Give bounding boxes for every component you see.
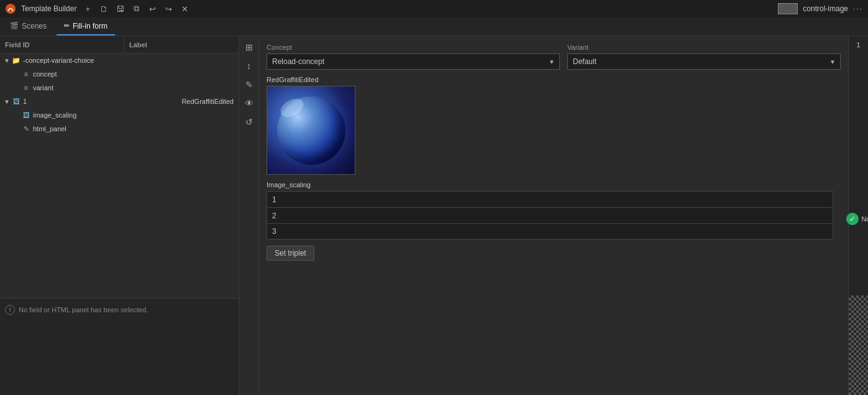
field-id-header: Field ID [0, 36, 124, 53]
tree-row-html-panel[interactable]: ✎ html_panel [0, 122, 239, 136]
tree-label-variant: variant [33, 84, 236, 91]
app-title: Template Builder [21, 4, 76, 13]
tree-label-image-scaling: image_scaling [33, 111, 236, 119]
verify-container: ✓ No [846, 213, 868, 225]
layout-btn[interactable]: ⊞ [240, 39, 258, 56]
right-panel: 1 ✓ No [848, 36, 868, 395]
concept-variant-row: Concept Reload-concept ▼ Variant Default… [267, 44, 841, 70]
concept-select-wrapper: Reload-concept ▼ [267, 53, 560, 70]
image-section: RedGraffitiEdited [267, 76, 841, 175]
scaling-item-3[interactable]: 3 [267, 223, 833, 239]
verify-check-icon: ✓ [846, 213, 859, 225]
open-btn[interactable]: 🗋 [98, 2, 110, 15]
left-panel: Field ID Label ▼ 📁 -concept-variant-choi… [0, 36, 239, 395]
checker-pattern [849, 295, 868, 395]
scaling-item-2[interactable]: 2 [267, 207, 833, 223]
new-tab-btn[interactable]: + [81, 2, 94, 15]
page-number: 1 [856, 41, 860, 49]
tab-scenes[interactable]: 🎬 Scenes [2, 17, 54, 35]
tree-row-concept[interactable]: ≡ concept [0, 67, 239, 81]
control-image-label: control-image [803, 4, 848, 13]
variant-group: Variant Default ▼ [567, 44, 841, 70]
eye-btn[interactable]: 👁 [240, 95, 258, 112]
variant-select-wrapper: Default ▼ [567, 53, 841, 70]
info-icon: i [5, 305, 15, 315]
bottom-strip-left [0, 320, 239, 395]
tree-row-concept-variant-choice[interactable]: ▼ 📁 -concept-variant-choice [0, 53, 239, 67]
undo-btn[interactable]: ↩ [146, 2, 158, 15]
more-options-btn[interactable]: ··· [853, 4, 863, 13]
text-icon-concept: ≡ [21, 69, 31, 79]
image-scaling-label: Image_scaling [267, 181, 841, 188]
toggle-concept-variant[interactable]: ▼ [2, 57, 11, 64]
info-text: No field or HTML panel has been selected… [19, 306, 148, 314]
text-icon-variant: ≡ [21, 83, 31, 93]
image-scaling-section: Image_scaling 1 2 3 [267, 181, 841, 239]
tree-label-concept-variant-choice: -concept-variant-choice [23, 57, 236, 64]
close-btn[interactable]: ✕ [178, 2, 191, 15]
tree-row-variant[interactable]: ≡ variant [0, 81, 239, 95]
redo-btn[interactable]: ↪ [162, 2, 175, 15]
duplicate-btn[interactable]: ⧉ [130, 2, 142, 15]
scenes-icon: 🎬 [10, 22, 19, 30]
tree-label-html-panel: html_panel [33, 125, 236, 132]
set-triplet-btn[interactable]: Set triplet [267, 246, 314, 261]
label-header: Label [124, 36, 239, 53]
concept-label: Concept [267, 44, 560, 51]
tree-row-image-scaling[interactable]: 🖼 image_scaling [0, 108, 239, 122]
toggle-1[interactable]: ▼ [2, 98, 11, 105]
scaling-item-1[interactable]: 1 [267, 191, 833, 207]
side-toolbar: ⊞ ↕ ✎ 👁 ↺ [239, 36, 259, 395]
tree-label-concept: concept [33, 70, 236, 78]
tab-scenes-label: Scenes [22, 22, 47, 30]
set-triplet-container: Set triplet [267, 246, 841, 261]
save-btn[interactable]: 🖫 [114, 2, 126, 15]
control-image-preview [778, 3, 798, 14]
info-bar: i No field or HTML panel has been select… [0, 298, 239, 320]
verify-label: No [861, 215, 868, 223]
fill-in-form-icon: ✏ [64, 22, 70, 30]
refresh-btn[interactable]: ↺ [240, 113, 258, 131]
title-bar-actions: + 🗋 🖫 ⧉ ↩ ↪ ✕ [81, 2, 191, 15]
variant-label: Variant [567, 44, 841, 51]
image-icon-1: 🖼 [11, 96, 21, 106]
tree-label-1: 1 [23, 98, 181, 105]
edit-btn[interactable]: ✎ [240, 76, 258, 93]
move-btn[interactable]: ↕ [240, 57, 258, 75]
image-label: RedGraffitiEdited [267, 76, 841, 83]
image-icon-scaling: 🖼 [21, 110, 31, 120]
scaling-list: 1 2 3 [267, 191, 841, 239]
variant-select[interactable]: Default [567, 53, 841, 70]
concept-group: Concept Reload-concept ▼ [267, 44, 560, 70]
main-layout: Field ID Label ▼ 📁 -concept-variant-choi… [0, 36, 868, 395]
tree-area: ▼ 📁 -concept-variant-choice ≡ concept ≡ … [0, 53, 239, 298]
app-logo [5, 3, 16, 14]
title-bar-right: control-image ··· [778, 3, 863, 14]
column-headers: Field ID Label [0, 36, 239, 53]
tab-fill-in-form-label: Fill-in form [73, 22, 107, 30]
center-panel: Concept Reload-concept ▼ Variant Default… [259, 36, 848, 395]
tree-value-1: RedGraffitiEdited [181, 98, 236, 105]
tab-fill-in-form[interactable]: ✏ Fill-in form [57, 17, 115, 35]
html-icon: ✎ [21, 124, 31, 134]
folder-icon: 📁 [11, 55, 21, 65]
title-bar: Template Builder + 🗋 🖫 ⧉ ↩ ↪ ✕ control-i… [0, 0, 868, 17]
concept-select[interactable]: Reload-concept [267, 53, 560, 70]
tab-bar: 🎬 Scenes ✏ Fill-in form [0, 17, 868, 36]
tree-row-1[interactable]: ▼ 🖼 1 RedGraffitiEdited [0, 95, 239, 108]
image-preview [267, 86, 355, 175]
